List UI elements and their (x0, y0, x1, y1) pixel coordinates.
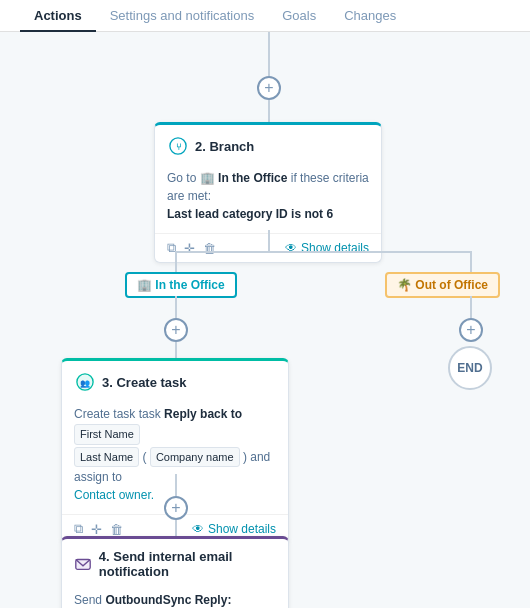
plus-button-mid[interactable]: + (164, 496, 188, 520)
branch-card-header: ⑂ 2. Branch (155, 125, 381, 163)
connector-top (268, 32, 270, 76)
task-owner-link[interactable]: Contact owner. (74, 488, 154, 502)
tab-settings[interactable]: Settings and notifications (96, 0, 269, 32)
branch-in-label: 🏢 In the Office (125, 272, 237, 298)
email-step-label: 4. Send internal email notification (99, 549, 276, 579)
branch-card-body: Go to 🏢 In the Office if these criteria … (155, 163, 381, 233)
branch-out-label: 🌴 Out of Office (385, 272, 500, 298)
email-card-header: 4. Send internal email notification (62, 539, 288, 585)
delete-icon[interactable]: 🗑 (203, 241, 216, 256)
connector-top-to-branch (268, 100, 270, 122)
connector-right-branch (470, 251, 472, 273)
connector-branch-bottom (268, 230, 270, 252)
connector-right-to-plus (470, 296, 472, 318)
company-pill: Company name (150, 447, 240, 468)
email-card-body: Send OutboundSync Reply: First Name Last… (62, 585, 288, 608)
tab-actions[interactable]: Actions (20, 0, 96, 32)
connector-plus-to-email (175, 520, 177, 536)
email-card: 4. Send internal email notification Send… (61, 536, 289, 608)
branch-step-label: 2. Branch (195, 139, 254, 154)
tab-changes[interactable]: Changes (330, 0, 410, 32)
tabs-bar: Actions Settings and notifications Goals… (0, 0, 530, 32)
email-icon (74, 553, 93, 575)
task-card-header: 👥 3. Create task (62, 361, 288, 399)
svg-text:⑂: ⑂ (176, 142, 181, 152)
plus-button-right[interactable]: + (459, 318, 483, 342)
first-name-pill-task: First Name (74, 424, 140, 445)
delete-icon-task[interactable]: 🗑 (110, 522, 123, 537)
last-name-pill-task: Last Name (74, 447, 139, 468)
connector-left-branch (175, 251, 177, 273)
svg-text:👥: 👥 (80, 378, 91, 389)
tab-goals[interactable]: Goals (268, 0, 330, 32)
connector-left-to-plus (175, 296, 177, 318)
connector-h-split (175, 251, 470, 253)
branch-icon: ⑂ (167, 135, 189, 157)
connector-left-to-task (175, 342, 177, 358)
task-show-details[interactable]: 👁 Show details (192, 522, 276, 536)
task-icon: 👥 (74, 371, 96, 393)
end-bubble: END (448, 346, 492, 390)
plus-button-left[interactable]: + (164, 318, 188, 342)
copy-icon-task[interactable]: ⧉ (74, 521, 83, 537)
connector-task-to-plus (175, 474, 177, 496)
plus-button-top[interactable]: + (257, 76, 281, 100)
move-icon-task[interactable]: ✛ (91, 522, 102, 537)
move-icon[interactable]: ✛ (184, 241, 195, 256)
task-step-label: 3. Create task (102, 375, 187, 390)
workflow-canvas: + ⑂ 2. Branch Go to 🏢 In the Office if t… (0, 32, 530, 608)
